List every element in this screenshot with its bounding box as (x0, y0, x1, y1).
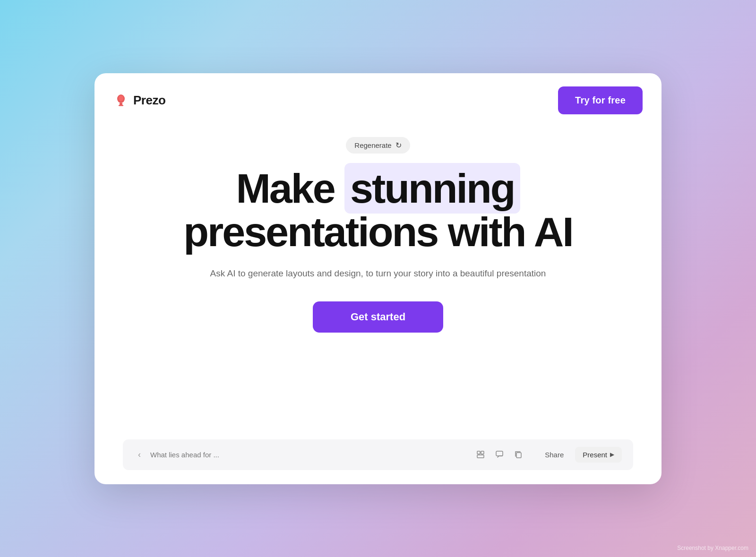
logo-area: Prezo (113, 93, 165, 108)
share-button[interactable]: Share (539, 448, 569, 462)
main-card: Prezo Try for free Regenerate ↻ Make stu… (94, 73, 662, 484)
hero-title-part1: Make (236, 165, 344, 212)
regenerate-icon: ↻ (395, 141, 402, 150)
present-button[interactable]: Present ▶ (575, 447, 622, 463)
svg-rect-6 (477, 455, 484, 458)
copy-icon[interactable] (511, 447, 526, 462)
svg-rect-4 (477, 451, 480, 454)
back-arrow-icon[interactable]: ‹ (134, 448, 145, 462)
hero-title: Make stunning presentations with AI (183, 167, 573, 254)
svg-rect-2 (119, 105, 123, 106)
svg-point-3 (119, 95, 123, 101)
regenerate-label: Regenerate (354, 141, 391, 149)
svg-rect-5 (481, 451, 484, 454)
present-play-icon: ▶ (610, 451, 614, 458)
layout-icon[interactable] (473, 447, 488, 462)
logo-text: Prezo (133, 93, 165, 108)
hero-subtitle: Ask AI to generate layouts and design, t… (210, 267, 546, 281)
try-free-button[interactable]: Try for free (558, 86, 643, 114)
present-label: Present (583, 451, 607, 459)
toolbar-icons (473, 447, 526, 462)
regenerate-chip[interactable]: Regenerate ↻ (346, 137, 410, 154)
hero-title-part2: presentations with AI (183, 208, 573, 255)
header: Prezo Try for free (94, 73, 662, 128)
svg-rect-8 (516, 453, 521, 458)
presentation-title-input[interactable] (150, 451, 467, 459)
comment-icon[interactable] (492, 447, 507, 462)
get-started-button[interactable]: Get started (313, 301, 443, 333)
logo-icon (113, 93, 129, 108)
svg-rect-7 (496, 451, 503, 456)
watermark: Screenshot by Xnapper.com (677, 545, 748, 551)
preview-bar: ‹ (123, 439, 633, 470)
hero-section: Regenerate ↻ Make stunning presentations… (94, 128, 662, 484)
hero-title-highlight: stunning (344, 163, 520, 214)
svg-rect-1 (120, 103, 122, 105)
